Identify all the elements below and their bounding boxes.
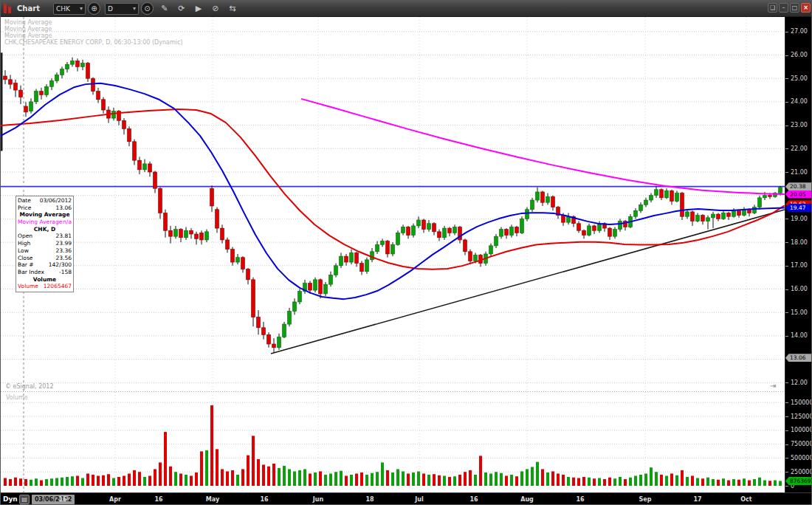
candlestick bbox=[433, 224, 436, 232]
candlestick bbox=[350, 252, 354, 262]
data-window[interactable]: Date03/06/2012Price13.06Moving AverageMo… bbox=[16, 196, 74, 292]
candlestick bbox=[148, 164, 152, 172]
volume-bar bbox=[174, 472, 177, 486]
symbol-input[interactable]: CHK ▾ bbox=[53, 3, 86, 15]
refresh-icon[interactable]: ⟳ bbox=[175, 2, 188, 16]
axis-tick bbox=[785, 382, 788, 383]
volume-bar bbox=[195, 473, 198, 486]
time-axis-label: Oct bbox=[740, 496, 751, 503]
volume-bar bbox=[45, 479, 48, 486]
candlestick bbox=[536, 192, 540, 200]
volume-bar bbox=[107, 474, 110, 486]
candlestick bbox=[520, 219, 524, 233]
candlestick bbox=[371, 252, 374, 260]
price-axis[interactable]: 27.0026.0025.0024.0023.0022.0021.0019.00… bbox=[785, 17, 812, 492]
volume-bar bbox=[743, 478, 746, 486]
volume-bar bbox=[717, 480, 720, 486]
volume-bar bbox=[262, 464, 265, 486]
chevron-down-icon[interactable]: ▾ bbox=[133, 5, 136, 12]
maximize-button[interactable]: □ bbox=[790, 3, 799, 13]
time-axis-label: Aug bbox=[520, 496, 534, 503]
pane-collapse-icon[interactable]: ⇥ bbox=[770, 382, 776, 390]
volume-bar bbox=[123, 475, 125, 486]
volume-bar bbox=[4, 478, 7, 486]
candlestick bbox=[660, 190, 664, 198]
volume-axis-label: 150000000 bbox=[791, 399, 812, 406]
volume-bar bbox=[293, 471, 296, 486]
volume-bar bbox=[159, 462, 162, 486]
restore-button[interactable]: ❏ bbox=[768, 3, 777, 13]
session-template-icon[interactable]: ▤ bbox=[19, 495, 30, 504]
zoom-tool-icon[interactable]: ⊘ bbox=[209, 2, 222, 16]
play-icon[interactable]: ▶ bbox=[192, 2, 205, 16]
volume-bar bbox=[50, 478, 53, 486]
time-axis-label: 16 bbox=[58, 496, 66, 503]
volume-axis-label: 100000000 bbox=[791, 427, 812, 433]
volume-bar bbox=[365, 475, 368, 486]
candlestick bbox=[97, 92, 100, 100]
volume-bar bbox=[71, 476, 74, 486]
volume-bar bbox=[422, 473, 425, 486]
data-window-row: High23.99 bbox=[18, 240, 72, 247]
symbol-lookup-icon[interactable]: ⊕ bbox=[88, 2, 100, 15]
volume-bar bbox=[350, 475, 353, 486]
volume-bar bbox=[19, 478, 22, 486]
axis-marker: 8763697 bbox=[785, 477, 812, 485]
candlestick bbox=[4, 76, 7, 80]
candlestick bbox=[422, 220, 426, 230]
volume-bar bbox=[758, 478, 761, 486]
candlestick bbox=[314, 280, 317, 290]
volume-bar bbox=[691, 475, 694, 486]
axis-tick bbox=[785, 242, 788, 243]
time-axis-label: May bbox=[206, 496, 219, 503]
volume-bar bbox=[505, 475, 508, 486]
time-axis-label: Jun bbox=[313, 496, 323, 503]
candlestick bbox=[727, 213, 731, 216]
candlestick bbox=[500, 230, 503, 237]
volume-bar bbox=[706, 478, 709, 486]
candlestick bbox=[412, 226, 416, 236]
title-bar[interactable]: Chart CHK ▾ ⊕ D ▾ ⊙ ✎⟳▶⊘⇆ ❏ – □ × bbox=[1, 1, 812, 17]
interval-select[interactable]: D ▾ bbox=[105, 3, 139, 15]
volume-bar bbox=[469, 470, 472, 486]
axis-tick bbox=[785, 444, 788, 445]
volume-bar bbox=[774, 480, 777, 486]
volume-bar bbox=[696, 478, 699, 486]
candlestick bbox=[407, 227, 410, 235]
candlestick bbox=[45, 86, 49, 95]
volume-bar bbox=[619, 477, 622, 486]
time-axis[interactable]: Dyn ▤ 03/06/2012 16Apr16May16Jun18Jul16A… bbox=[1, 492, 812, 505]
volume-bar bbox=[665, 475, 668, 486]
volume-bar bbox=[629, 478, 632, 486]
link-sync-icon[interactable]: ⇆ bbox=[226, 2, 239, 16]
magenta-ma-value-marker: 20.05 bbox=[785, 190, 812, 199]
candlestick bbox=[14, 83, 18, 91]
volume-bar bbox=[427, 475, 430, 486]
interval-clock-icon[interactable]: ⊙ bbox=[141, 2, 154, 15]
volume-bar bbox=[179, 473, 182, 486]
draw-pencil-icon[interactable]: ✎ bbox=[158, 2, 171, 16]
interval-value: D bbox=[108, 5, 128, 13]
candlestick bbox=[61, 69, 64, 75]
data-window-row: Price13.06 bbox=[18, 205, 72, 212]
volume-bar bbox=[133, 470, 136, 486]
candlestick bbox=[562, 216, 565, 223]
candlestick bbox=[505, 230, 509, 236]
volume-bar bbox=[283, 466, 286, 486]
chevron-down-icon[interactable]: ▾ bbox=[80, 5, 83, 12]
candlestick bbox=[670, 190, 674, 201]
candlestick bbox=[515, 227, 519, 233]
candlestick bbox=[334, 266, 338, 275]
volume-bar bbox=[567, 477, 570, 486]
candlestick bbox=[495, 236, 498, 246]
candlestick bbox=[712, 214, 715, 218]
candlestick bbox=[76, 61, 80, 66]
candlestick bbox=[469, 252, 472, 261]
close-button[interactable]: × bbox=[801, 3, 811, 13]
axis-tick bbox=[785, 402, 788, 403]
volume-bar bbox=[639, 475, 642, 486]
candlestick bbox=[9, 80, 13, 84]
time-axis-label: Sep bbox=[639, 496, 652, 503]
time-axis-label: Jul bbox=[415, 496, 423, 503]
minimize-button[interactable]: – bbox=[779, 3, 788, 13]
